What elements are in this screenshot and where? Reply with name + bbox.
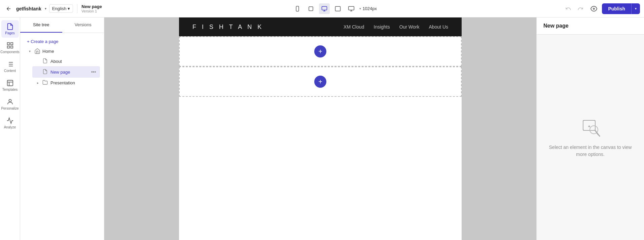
home-label: Home — [42, 49, 97, 54]
right-panel-header: New page — [537, 17, 644, 35]
device-tablet-sm-button[interactable] — [306, 3, 316, 14]
svg-rect-12 — [7, 46, 9, 48]
create-page-button[interactable]: + Create a page — [24, 37, 100, 46]
sidebar-item-pages[interactable]: Pages — [1, 20, 19, 38]
home-page-icon — [34, 48, 40, 54]
language-selector[interactable]: English ▾ — [49, 4, 73, 13]
svg-rect-11 — [10, 46, 12, 48]
about-page-icon — [42, 58, 48, 64]
about-label: About — [50, 59, 97, 64]
tree-item-about[interactable]: ▸ About — [32, 56, 100, 66]
svg-rect-10 — [10, 43, 12, 45]
site-header: F I S H T A N K XM Cloud Insights Our Wo… — [179, 17, 462, 36]
svg-rect-0 — [296, 6, 299, 11]
newpage-page-icon — [42, 69, 48, 75]
add-section-1-button[interactable]: + — [314, 45, 326, 57]
site-name-dropdown-arrow[interactable]: ▾ — [45, 7, 46, 10]
publish-dropdown-button[interactable]: ▾ — [631, 3, 640, 14]
undo-button[interactable] — [563, 3, 574, 14]
device-desktop-button[interactable] — [319, 3, 330, 14]
svg-rect-7 — [349, 6, 354, 10]
toolbar-left: getfishtank ▾ English ▾ New page Version… — [4, 4, 106, 13]
resolution-value: 1024px — [362, 6, 377, 11]
undo-redo-group — [563, 3, 586, 14]
publish-button[interactable]: Publish — [602, 3, 631, 14]
newpage-label: New page — [50, 70, 88, 75]
device-monitor-button[interactable] — [346, 3, 357, 14]
nav-xmcloud[interactable]: XM Cloud — [344, 24, 364, 30]
site-nav: XM Cloud Insights Our Work About Us — [344, 24, 448, 30]
canvas-section-1[interactable]: + — [179, 36, 462, 67]
toolbar-right: Publish ▾ — [563, 3, 640, 14]
right-panel-select-icon — [580, 117, 601, 138]
sidebar-templates-label: Templates — [2, 88, 18, 91]
presentation-label: Presentation — [50, 80, 97, 85]
page-title: New page — [81, 4, 102, 9]
redo-button[interactable] — [575, 3, 586, 14]
sidebar-pages-label: Pages — [5, 31, 14, 35]
sidebar-item-content[interactable]: Content — [1, 58, 19, 75]
home-children: ▸ About ▸ New page ••• ▸ — [24, 56, 100, 88]
back-button[interactable] — [4, 4, 13, 13]
sidebar-content-label: Content — [4, 69, 16, 73]
publish-button-group: Publish ▾ — [602, 3, 640, 14]
page-canvas[interactable]: F I S H T A N K XM Cloud Insights Our Wo… — [179, 17, 462, 240]
right-panel: New page Select an element in the canvas… — [536, 17, 644, 240]
main-area: Pages Components Content Templates Perso… — [0, 17, 644, 240]
sidebar-analyze-label: Analyze — [4, 125, 16, 129]
language-arrow: ▾ — [68, 6, 70, 11]
svg-point-8 — [594, 8, 595, 9]
add-section-2-button[interactable]: + — [314, 76, 326, 88]
tree-item-presentation[interactable]: ▸ Presentation — [32, 78, 100, 88]
canvas-inner: F I S H T A N K XM Cloud Insights Our Wo… — [104, 17, 536, 240]
panel-content: + Create a page ▾ Home ▸ About — [20, 33, 104, 240]
page-info: New page Version 1 — [77, 4, 106, 13]
nav-our-work[interactable]: Our Work — [399, 24, 420, 30]
canvas-empty — [179, 97, 462, 238]
canvas-area[interactable]: F I S H T A N K XM Cloud Insights Our Wo… — [104, 17, 536, 240]
site-name[interactable]: getfishtank — [16, 6, 41, 11]
svg-rect-2 — [309, 7, 313, 11]
svg-point-22 — [9, 99, 11, 102]
tree-item-new-page[interactable]: ▸ New page ••• — [32, 66, 100, 78]
resolution-arrow-icon: ▾ — [359, 7, 361, 10]
right-panel-title: New page — [543, 23, 569, 29]
canvas-section-2[interactable]: + — [179, 67, 462, 97]
right-panel-body: Select an element in the canvas to view … — [537, 35, 644, 240]
site-logo: F I S H T A N K — [192, 24, 263, 31]
tab-site-tree[interactable]: Site tree — [20, 17, 62, 33]
device-mobile-button[interactable] — [292, 3, 303, 14]
sidebar-item-analyze[interactable]: Analyze — [1, 114, 19, 132]
device-tablet-lg-button[interactable] — [332, 3, 343, 14]
language-label: English — [52, 6, 67, 11]
toolbar: getfishtank ▾ English ▾ New page Version… — [0, 0, 644, 17]
svg-rect-9 — [7, 43, 9, 45]
svg-rect-4 — [322, 6, 327, 10]
newpage-more-button[interactable]: ••• — [90, 68, 97, 76]
panel: Site tree Versions + Create a page ▾ Hom… — [20, 17, 104, 240]
presentation-toggle-icon[interactable]: ▸ — [35, 80, 40, 85]
sidebar-components-label: Components — [0, 50, 20, 54]
nav-insights[interactable]: Insights — [374, 24, 390, 30]
sidebar-item-templates[interactable]: Templates — [1, 77, 19, 94]
right-panel-help-text: Select an element in the canvas to view … — [545, 144, 636, 158]
svg-line-26 — [597, 132, 600, 136]
presentation-folder-icon — [42, 80, 48, 86]
page-version: Version 1 — [81, 9, 97, 13]
tab-versions[interactable]: Versions — [62, 17, 104, 33]
preview-button[interactable] — [588, 3, 599, 14]
tree-item-home[interactable]: ▾ Home — [24, 46, 100, 56]
resolution-selector[interactable]: ▾ 1024px — [359, 6, 377, 11]
svg-rect-19 — [7, 80, 13, 86]
home-toggle-icon[interactable]: ▾ — [27, 48, 32, 54]
nav-about-us[interactable]: About Us — [429, 24, 448, 30]
svg-rect-5 — [335, 6, 341, 11]
sidebar-personalize-label: Personalize — [1, 107, 19, 110]
sidebar-item-components[interactable]: Components — [1, 39, 19, 56]
panel-tabs: Site tree Versions — [20, 17, 104, 33]
toolbar-center: ▾ 1024px — [109, 3, 560, 14]
sidebar-item-personalize[interactable]: Personalize — [1, 95, 19, 113]
left-sidebar: Pages Components Content Templates Perso… — [0, 17, 20, 240]
